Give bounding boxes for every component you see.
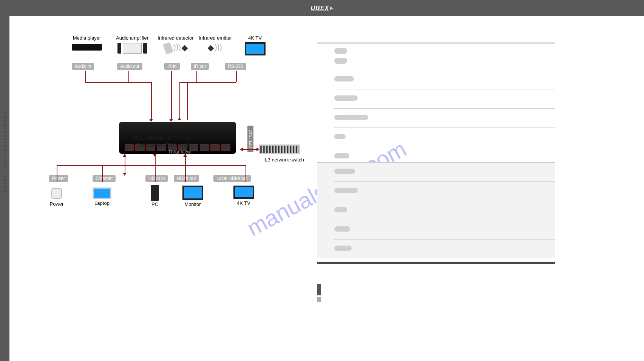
indicator-bar-1 [317,284,321,295]
brand-logo: UBEX [311,5,333,12]
toc-item-3[interactable] [317,109,555,128]
bottom-4ktv: 4K TV [227,184,261,206]
page-body: MATRIX APPLICATION MODE Media player Aud… [0,16,644,361]
tv-icon-bottom [233,186,254,199]
top-audio-amp: Audio amplifier [110,35,155,54]
toc-item-5[interactable] [317,147,555,162]
content-area: Media player Audio amplifier Infrared de… [9,16,644,361]
side-rotated-text: MATRIX APPLICATION MODE [3,111,7,193]
toc-item-9[interactable] [317,220,555,239]
ir-detector-icon: ))) [153,43,198,54]
top-ir-emitter: Infrared emitter ))) [195,35,236,52]
amp-icon [110,43,155,54]
tag-hdmi-in: HDMI in [145,175,168,182]
monitor-icon [182,186,203,200]
device-caption: UBEX-PRO20-HDMI-F110 Transceiver (TRX) m… [133,135,191,156]
label-ir-emitter: Infrared emitter [195,35,236,41]
opt-dac-label: OPT / DAC [247,126,253,152]
toc-item-1[interactable] [317,70,555,89]
toc-item-8[interactable] [317,201,555,220]
laptop-icon [93,187,111,199]
toc-section-grey [317,162,555,258]
network-switch: L3 network switch [259,144,300,154]
tag-ethernet: Ethernet [93,175,116,182]
tag-local-hdmi: Local HDMI out [213,175,251,182]
toc-item-10[interactable] [317,240,555,258]
toc-panel [317,43,555,264]
top-4ktv: 4K TV [236,35,274,57]
media-player-icon [72,44,102,51]
top-ir-detector: Infrared detector ))) [153,35,198,54]
header-bar: UBEX [0,0,644,16]
bottom-laptop: Laptop [85,186,119,206]
label-laptop: Laptop [85,200,119,206]
tag-hdmi-out: HDMI out [174,175,199,182]
connection-diagram: Media player Audio amplifier Infrared de… [36,24,312,216]
bottom-power: Power [42,186,72,207]
label-4ktv-bottom: 4K TV [227,200,261,206]
toc-item-7[interactable] [317,182,555,201]
toc-heading-placeholder [334,48,555,65]
top-media-player: Media player [64,35,110,54]
label-4ktv-top: 4K TV [236,35,274,41]
label-monitor: Monitor [176,201,210,207]
tag-rs232: RS-232 [225,63,246,70]
tag-audio-out: Audio out [117,63,142,70]
tv-icon-top [245,42,266,55]
label-ir-detector: Infrared detector [153,35,198,41]
tag-ir-out: IR out [191,63,209,70]
ir-emitter-icon: ))) [195,43,236,52]
indicator-bar-2 [317,297,321,302]
toc-item-2[interactable] [317,89,555,108]
label-pc: PC [140,201,170,207]
switch-label: L3 network switch [258,157,311,163]
toc-item-4[interactable] [317,128,555,147]
tag-power: Power [49,175,68,182]
tag-audio-in: Audio in [72,63,94,70]
bottom-monitor: Monitor [176,184,210,207]
bottom-pc: PC [140,184,170,207]
toc-item-6[interactable] [317,163,555,181]
tag-ir-in: IR in [164,63,180,70]
power-icon [51,188,62,199]
pc-icon [151,185,159,201]
label-power: Power [42,201,72,207]
label-audio-amp: Audio amplifier [110,35,155,41]
left-strip: MATRIX APPLICATION MODE [0,16,9,361]
label-media-player: Media player [64,35,110,41]
